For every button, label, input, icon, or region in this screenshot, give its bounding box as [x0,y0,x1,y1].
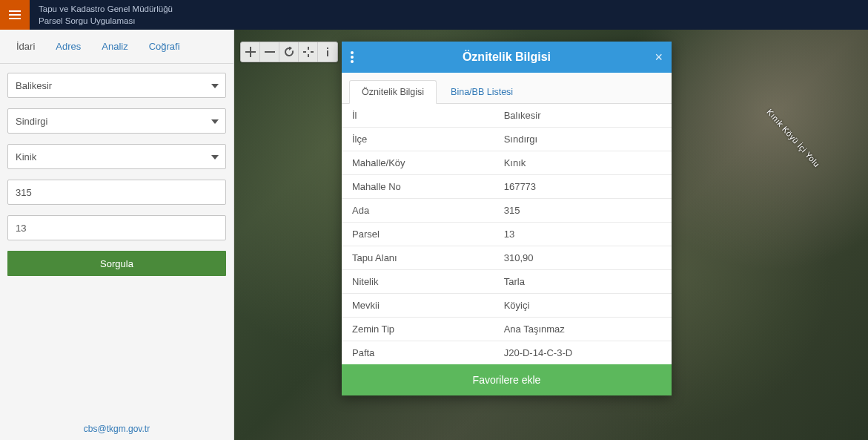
tab-adres[interactable]: Adres [45,30,91,63]
hamburger-icon [9,9,21,21]
app-title-1: Tapu ve Kadastro Genel Müdürlüğü [39,3,173,15]
attr-key: Pafta [342,341,494,365]
attr-key: Mahalle/Köy [342,151,494,175]
ilce-select[interactable]: Sindirgi [7,108,226,134]
table-row: MevkiiKöyiçi [342,294,672,318]
dialog-close-button[interactable]: × [655,50,663,65]
tab-analiz[interactable]: Analiz [91,30,138,63]
app-titles: Tapu ve Kadastro Genel Müdürlüğü Parsel … [30,3,173,27]
attr-value: Köyiçi [494,294,672,318]
table-row: Tapu Alanı310,90 [342,246,672,270]
table-row: İlçeSındırgı [342,128,672,151]
attr-value: 13 [494,223,672,246]
sidebar: İdari Adres Analiz Coğrafi Balikesir Sin… [0,30,234,440]
close-icon: × [655,50,663,65]
attr-value: 315 [494,199,672,223]
refresh-button[interactable] [279,42,299,62]
table-row: NitelikTarla [342,270,672,294]
fullextent-button[interactable] [299,42,318,62]
dtab-oznitelik[interactable]: Öznitelik Bilgisi [349,80,437,104]
map-toolbar [240,42,338,62]
sidebar-tabs: İdari Adres Analiz Coğrafi [0,30,233,64]
plus-icon [245,47,256,57]
hamburger-menu[interactable] [0,0,30,30]
table-row: İlBalıkesir [342,104,672,128]
crosshair-icon [303,47,314,57]
attr-value: J20-D-14-C-3-D [494,341,672,365]
il-select[interactable]: Balikesir [7,73,226,98]
info-button[interactable] [318,42,337,62]
table-row: Parsel13 [342,223,672,246]
attribute-table: İlBalıkesirİlçeSındırgıMahalle/KöyKınıkM… [342,104,672,364]
app-title-2: Parsel Sorgu Uygulaması [39,15,173,27]
tab-idari[interactable]: İdari [6,30,45,63]
table-row: Mahalle/KöyKınık [342,151,672,175]
sorgula-button[interactable]: Sorgula [7,251,226,276]
attr-key: Zemin Tip [342,318,494,341]
zoom-out-button[interactable] [260,42,279,62]
query-form: Balikesir Sindirgi Kinik Sorgula [0,64,233,285]
table-row: PaftaJ20-D-14-C-3-D [342,341,672,365]
minus-icon [265,47,275,57]
zoom-in-button[interactable] [241,42,260,62]
attr-key: Mevkii [342,294,494,318]
attr-value: Tarla [494,270,672,294]
dialog-title: Öznitelik Bilgisi [342,50,672,64]
favorilere-ekle-button[interactable]: Favorilere ekle [342,364,672,395]
attr-value: Sındırgı [494,128,672,151]
attr-key: Tapu Alanı [342,246,494,270]
attr-value: Ana Taşınmaz [494,318,672,341]
attr-key: İl [342,104,494,128]
attribute-dialog: Öznitelik Bilgisi × Öznitelik Bilgisi Bi… [342,42,672,395]
dtab-bina[interactable]: Bina/BB Listesi [438,80,526,104]
table-row: Ada315 [342,199,672,223]
mahalle-select[interactable]: Kinik [7,144,226,169]
attr-key: Mahalle No [342,175,494,199]
attr-key: Nitelik [342,270,494,294]
app-header: Tapu ve Kadastro Genel Müdürlüğü Parsel … [0,0,868,30]
attr-value: Balıkesir [494,104,672,128]
table-row: Mahalle No167773 [342,175,672,199]
info-icon [322,47,333,57]
attr-value: Kınık [494,151,672,175]
tab-cografi[interactable]: Coğrafi [139,30,191,63]
footer-email[interactable]: cbs@tkgm.gov.tr [0,424,233,434]
refresh-icon [284,47,294,57]
dialog-menu-button[interactable] [351,50,364,64]
ada-input[interactable] [7,180,226,205]
parsel-input[interactable] [7,215,226,240]
attr-key: İlçe [342,128,494,151]
attr-key: Ada [342,199,494,223]
map-area[interactable]: Kınık Köyü İçi Yolu emlakjet.com [234,30,868,440]
dialog-header[interactable]: Öznitelik Bilgisi × [342,42,672,73]
dialog-tabs: Öznitelik Bilgisi Bina/BB Listesi [342,73,672,104]
attr-value: 310,90 [494,246,672,270]
attr-value: 167773 [494,175,672,199]
attr-key: Parsel [342,223,494,246]
table-row: Zemin TipAna Taşınmaz [342,318,672,341]
